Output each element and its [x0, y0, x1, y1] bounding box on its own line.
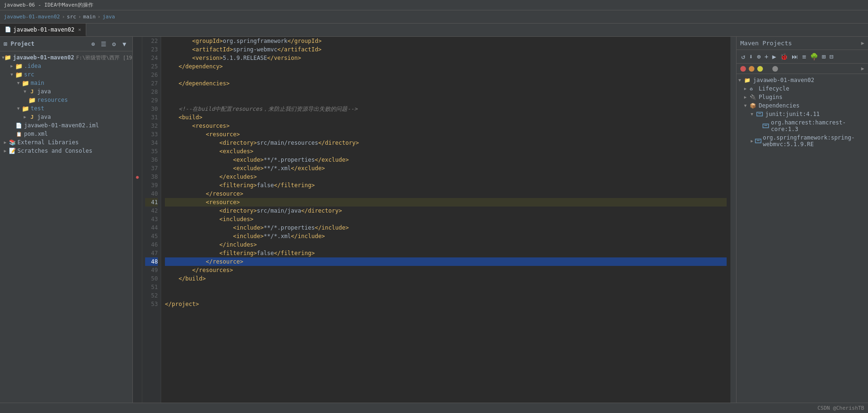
project-sidebar: ⊞ Project ⊕ ☰ ⚙ ▼ ▼ 📁 javaweb-01-maven02… — [0, 37, 133, 403]
sidebar-item-java[interactable]: ▼ J java — [0, 87, 132, 96]
test-label: test — [31, 105, 44, 112]
maven-dep-hamcrest[interactable]: org.hamcrest:hamcrest-core:1.3 — [737, 118, 868, 133]
code-line-44: <include>**/*.properties</include> — [165, 223, 727, 232]
code-line-53: </project> — [165, 300, 727, 308]
sidebar-item-resources[interactable]: 📁 resources — [0, 96, 132, 104]
breadcrumb-sep-3: › — [98, 14, 101, 20]
maven-dependencies-item[interactable]: ▼ 📦 Dependencies — [737, 101, 868, 110]
main-layout: ⊞ Project ⊕ ☰ ⚙ ▼ ▼ 📁 javaweb-01-maven02… — [0, 37, 868, 403]
maven-settings-icon[interactable]: ≡ — [801, 52, 807, 61]
maven-dep-spring[interactable]: ▶ org.springframework:spring-webmvc:5.1.… — [737, 133, 868, 149]
tab-xml-icon: 📄 — [5, 26, 11, 33]
project-label: javaweb-01-maven02 — [13, 54, 74, 61]
maven-run-icon[interactable]: ▶ — [771, 52, 777, 61]
code-line-25: </dependency> — [165, 62, 727, 71]
code-line-37: <exclude>**/*.xml</exclude> — [165, 164, 727, 173]
maven-add-icon[interactable]: + — [763, 52, 769, 61]
expand-arrow-main: ▼ — [15, 81, 22, 85]
sidebar-item-project-root[interactable]: ▼ 📁 javaweb-01-maven02 F:\班级管理\西芹 [19525… — [0, 53, 132, 62]
status-bar: CSDN @CherishTB — [0, 403, 868, 413]
maven-panel-header: Maven Projects ▶ — [737, 37, 868, 50]
code-line-48: </resource> — [165, 257, 727, 266]
collapse-icon[interactable]: ☰ — [99, 40, 108, 48]
code-line-33: <resource> — [165, 130, 727, 139]
sync-icon[interactable]: ⊕ — [89, 40, 98, 48]
maven-root-label: javaweb-01-maven02 — [753, 77, 814, 83]
breadcrumb-sep-2: › — [78, 14, 82, 20]
status-circle-gray — [772, 66, 778, 72]
sidebar-item-test-java[interactable]: ▶ J java — [0, 113, 132, 121]
maven-toolbar-1: ↺ ⬇ ⊕ + ▶ 🐞 ⏭ ≡ 🌳 ⊞ ⊟ — [737, 50, 868, 64]
maven-spring-expand: ▶ — [751, 139, 755, 143]
sidebar-item-scratches[interactable]: ▶ 📝 Scratches and Consoles — [0, 147, 132, 155]
maven-panel-title: Maven Projects — [740, 40, 792, 47]
maven-download-icon[interactable]: ⬇ — [748, 52, 753, 61]
maven-skip-icon[interactable]: ⏭ — [791, 52, 799, 61]
sidebar-item-idea[interactable]: ▶ 📁 .idea — [0, 62, 132, 70]
sidebar-content: ▼ 📁 javaweb-01-maven02 F:\班级管理\西芹 [19525… — [0, 51, 132, 403]
code-line-41: <resource> — [165, 198, 727, 206]
expand-arrow-src: ▼ — [8, 72, 15, 77]
tab-maven02[interactable]: 📄 javaweb-01-maven02 ✕ — [0, 24, 86, 36]
sidebar-item-main[interactable]: ▼ 📁 main — [0, 79, 132, 87]
sidebar-item-external-libs[interactable]: ▶ 📚 External Libraries — [0, 138, 132, 147]
code-line-45: <include>**/*.xml</include> — [165, 232, 727, 240]
svg-rect-2 — [763, 124, 769, 128]
sidebar-item-pom[interactable]: 📋 pom.xml — [0, 130, 132, 138]
maven-root-item[interactable]: ▼ 📁 javaweb-01-maven02 — [737, 76, 868, 84]
maven-tree: ▼ 📁 javaweb-01-maven02 ▶ ♻ Lifecycle ▶ 🔌… — [737, 74, 868, 403]
maven-import-icon[interactable]: ⊕ — [756, 52, 762, 61]
dep-bar-icon-3 — [755, 139, 762, 143]
maven-lifecycle-item[interactable]: ▶ ♻ Lifecycle — [737, 84, 868, 93]
code-line-23: <artifactId>spring-webmvc</artifactId> — [165, 45, 727, 54]
settings-icon[interactable]: ⚙ — [110, 40, 118, 48]
status-circle-orange — [749, 66, 754, 72]
test-folder-icon: 📁 — [22, 105, 29, 112]
code-line-51 — [165, 283, 727, 291]
code-line-30: <!--在build中配置resources，来防止我们资源导出失败的问题--> — [165, 105, 727, 113]
maven-dep-junit[interactable]: ▼ junit:junit:4.11 — [737, 110, 868, 118]
tab-close-button[interactable]: ✕ — [78, 27, 81, 32]
maven-lifecycle-expand: ▶ — [744, 86, 750, 91]
expand-arrow-test: ▼ — [15, 106, 22, 111]
code-editor[interactable]: <groupId>org.springframework</groupId> <… — [161, 37, 730, 403]
expand-icon[interactable]: ▼ — [120, 40, 129, 48]
maven-panel-collapse[interactable]: ▶ — [861, 40, 864, 46]
sidebar-item-iml[interactable]: 📄 javaweb-01-maven02.iml — [0, 121, 132, 130]
maven-deps-expand: ▼ — [744, 103, 750, 108]
maven-root-expand: ▼ — [738, 78, 744, 83]
status-circle-red — [740, 66, 746, 72]
breadcrumb-item-4[interactable]: java — [102, 14, 115, 20]
maven-tree-icon[interactable]: 🌳 — [809, 52, 819, 61]
maven-expand-icon[interactable]: ⊞ — [821, 52, 827, 61]
code-line-28 — [165, 88, 727, 96]
maven-panel-arrow-right[interactable]: ▶ — [861, 66, 864, 72]
test-java-folder-icon: J — [28, 113, 36, 121]
maven-plugins-item[interactable]: ▶ 🔌 Plugins — [737, 93, 868, 101]
resources-folder-icon: 📁 — [28, 96, 36, 104]
sidebar-item-test[interactable]: ▼ 📁 test — [0, 104, 132, 113]
java-folder-icon: J — [28, 88, 36, 95]
maven-root-icon: 📁 — [744, 77, 752, 83]
code-line-42: <directory>src/main/java</directory> — [165, 206, 727, 215]
code-line-49: </resources> — [165, 266, 727, 274]
sidebar-title-icon: ⊞ — [4, 41, 10, 47]
maven-collapse-icon[interactable]: ⊟ — [828, 52, 834, 61]
code-line-52 — [165, 291, 727, 300]
code-line-35: <excludes> — [165, 147, 727, 156]
code-line-50: </build> — [165, 274, 727, 283]
maven-plugins-expand: ▶ — [744, 95, 750, 99]
breadcrumb-item-3[interactable]: main — [83, 14, 96, 20]
editor-scrollbar[interactable] — [730, 37, 736, 403]
breadcrumb-item-1[interactable]: javaweb-01-maven02 — [4, 14, 60, 20]
sidebar-item-src[interactable]: ▼ 📁 src — [0, 70, 132, 79]
code-line-34: <directory>src/main/resources</directory… — [165, 139, 727, 147]
maven-junit-expand: ▼ — [751, 112, 756, 116]
breadcrumb-item-2[interactable]: src — [67, 14, 76, 20]
iml-label: javaweb-01-maven02.iml — [24, 122, 99, 129]
maven-refresh-icon[interactable]: ↺ — [740, 52, 746, 61]
maven-debug-icon[interactable]: 🐞 — [779, 52, 789, 61]
resources-label: resources — [37, 97, 68, 103]
editor-content[interactable]: ● 22 23 24 25 26 27 28 29 30 31 32 33 — [133, 37, 736, 403]
svg-rect-0 — [757, 112, 762, 116]
